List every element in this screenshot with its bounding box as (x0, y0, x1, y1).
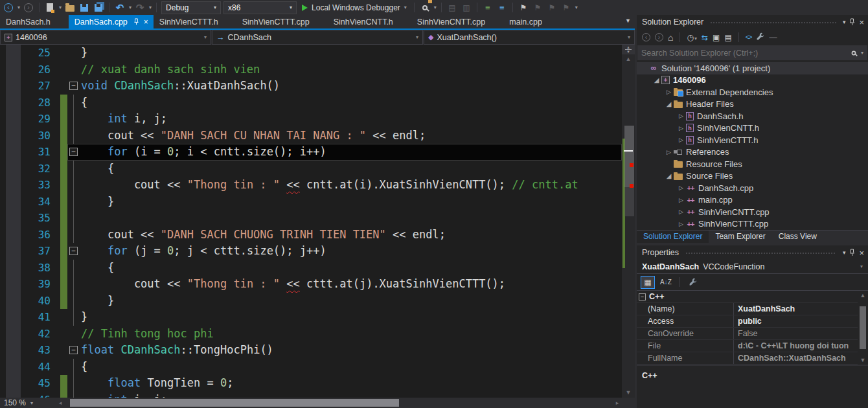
search-icon[interactable] (852, 51, 856, 55)
breakpoint-margin[interactable] (6, 62, 21, 78)
breakpoint-margin[interactable] (6, 78, 21, 95)
open-file-button[interactable] (64, 1, 76, 14)
code-line[interactable]: 38 { (0, 260, 622, 277)
code-line[interactable]: 46 int i, j; (0, 392, 622, 398)
find-dropdown[interactable]: ▾ (434, 5, 437, 10)
fold-margin[interactable] (67, 194, 81, 210)
tree-expand-arrow[interactable]: ▷ (676, 221, 686, 227)
fold-collapse-box[interactable]: − (69, 247, 78, 255)
breakpoint-margin[interactable] (6, 194, 21, 210)
fold-collapse-box[interactable]: − (69, 148, 78, 156)
document-tab[interactable]: SinhVienCNTT.h (328, 15, 411, 28)
solution-search-box[interactable]: ▾ (637, 45, 867, 60)
code-line[interactable]: 32 { (0, 161, 622, 177)
property-row[interactable]: CanOverrideFalse (637, 328, 858, 340)
document-tab[interactable]: main.cpp (503, 15, 560, 28)
property-value[interactable]: public (734, 315, 858, 327)
tree-expand-arrow[interactable]: ◢ (664, 100, 674, 108)
panel-tab[interactable]: Solution Explorer (637, 231, 709, 243)
solution-explorer-titlebar[interactable]: Solution Explorer ▾ × (637, 15, 868, 29)
code-line[interactable]: 30 cout << "DANH SACH CU NHAN TAI NANG :… (0, 128, 622, 144)
breakpoint-margin[interactable] (6, 359, 21, 376)
redo-button[interactable]: ↷ (134, 1, 146, 14)
property-category-row[interactable]: − C++ (637, 291, 858, 303)
fold-margin[interactable] (67, 111, 81, 128)
fold-margin[interactable] (67, 293, 81, 310)
breakpoint-margin[interactable] (6, 276, 21, 293)
navigate-back-dropdown[interactable]: ▾ (17, 5, 20, 10)
code-line[interactable]: 45 float TongTien = 0; (0, 375, 622, 392)
code-line[interactable]: 44{ (0, 359, 622, 376)
breakpoint-margin[interactable] (6, 309, 21, 326)
forward-icon[interactable]: › (655, 33, 663, 41)
scrollbar-thumb[interactable] (624, 126, 634, 187)
save-all-button[interactable] (93, 1, 104, 14)
editor-vertical-scrollbar[interactable]: ▲▼ ▲ ▼ (622, 45, 635, 398)
breakpoint-margin[interactable] (6, 128, 21, 144)
horizontal-scrollbar-track[interactable] (65, 398, 613, 408)
scrollbar-track[interactable] (622, 64, 635, 388)
code-line[interactable]: 33 cout << "Thong tin : " << cntt.at(i).… (0, 177, 622, 194)
scroll-up-arrow[interactable]: ▲ (622, 54, 635, 64)
fold-margin[interactable]: − (67, 78, 81, 95)
property-row[interactable]: FullNameCDanhSach::XuatDanhSach (637, 352, 858, 365)
tree-item[interactable]: ∞Solution '1460096' (1 project) (637, 62, 868, 74)
tree-expand-arrow[interactable]: ◢ (664, 172, 674, 179)
fold-margin[interactable] (67, 95, 81, 111)
new-file-dropdown[interactable]: ▾ (59, 5, 62, 10)
breakpoint-margin[interactable] (6, 243, 21, 260)
bookmark-dropdown[interactable]: ▾ (575, 5, 578, 10)
breakpoint-margin[interactable] (6, 144, 21, 161)
fold-margin[interactable] (67, 227, 81, 244)
tree-item[interactable]: ▷++main.cpp (637, 194, 868, 207)
tree-expand-arrow[interactable]: ◢ (652, 76, 661, 84)
code-line[interactable]: 41} (0, 309, 622, 326)
decrease-indent-icon[interactable]: ≡ (482, 1, 494, 14)
breakpoint-margin[interactable] (6, 45, 21, 62)
pin-icon[interactable] (133, 18, 139, 25)
start-debugging-button[interactable]: Local Windows Debugger ▾ (299, 3, 409, 12)
fold-margin[interactable] (67, 359, 81, 376)
code-line[interactable]: 29 int i, j; (0, 111, 622, 128)
solution-configuration-dropdown[interactable]: Debug▾ (161, 1, 221, 14)
breakpoint-margin[interactable] (6, 260, 21, 277)
collapse-category-icon[interactable]: − (639, 293, 646, 300)
tree-expand-arrow[interactable]: ▷ (664, 149, 674, 155)
categorized-view-button[interactable]: ▦ (641, 276, 655, 289)
step-icon[interactable]: ▥ (461, 1, 472, 14)
close-icon[interactable]: × (859, 248, 864, 258)
breakpoint-margin[interactable] (6, 161, 21, 177)
document-tab[interactable]: SinhVienCTTT.cpp (236, 15, 328, 28)
save-button[interactable] (78, 1, 90, 14)
code-line[interactable]: 27−void CDanhSach::XuatDanhSach() (0, 78, 622, 95)
tree-expand-arrow[interactable]: ▷ (676, 209, 686, 215)
close-icon[interactable]: × (859, 17, 864, 27)
document-tab[interactable]: DanhSach.h (0, 15, 69, 28)
properties-scrollbar[interactable]: ▲ ▼ (858, 290, 868, 365)
split-window-handle[interactable]: ▲▼ (622, 45, 635, 54)
code-line[interactable]: 31− for (i = 0; i < cntt.size(); i++) (0, 144, 622, 161)
tree-expand-arrow[interactable]: ▷ (676, 113, 686, 119)
home-icon[interactable]: ⌂ (668, 32, 673, 43)
panel-tab[interactable]: Class View (772, 231, 823, 243)
new-file-button[interactable] (44, 1, 56, 14)
scroll-down-arrow[interactable]: ▼ (858, 356, 868, 365)
search-options-dropdown[interactable]: ▾ (861, 50, 863, 56)
panel-tab[interactable]: Team Explorer (709, 231, 771, 243)
fold-margin[interactable]: − (67, 144, 81, 161)
scroll-right-arrow[interactable]: ▸ (613, 400, 622, 406)
tab-overflow-icon[interactable]: ▼ (625, 17, 631, 24)
scrollbar-thumb[interactable] (860, 306, 866, 348)
editor-surface[interactable]: 25}26// xuat danh sach sinh vien27−void … (0, 45, 622, 398)
fold-margin[interactable] (67, 276, 81, 293)
code-line[interactable]: 25} (0, 45, 622, 62)
fold-margin[interactable] (67, 309, 81, 326)
property-value[interactable]: d:\C - C++\LT huong doi tuon (734, 340, 858, 352)
window-position-dropdown-icon[interactable]: ▾ (843, 19, 846, 25)
fold-collapse-box[interactable]: − (69, 346, 78, 354)
pending-changes-filter-icon[interactable]: ◷▾ (687, 33, 697, 42)
code-line[interactable]: 36 cout << "DANH SACH CHUONG TRINH TIEN … (0, 227, 622, 244)
tree-item[interactable]: ▷++SinhVienCTTT.cpp (637, 218, 868, 231)
back-icon[interactable]: ‹ (642, 33, 650, 41)
fold-margin[interactable] (67, 161, 81, 177)
